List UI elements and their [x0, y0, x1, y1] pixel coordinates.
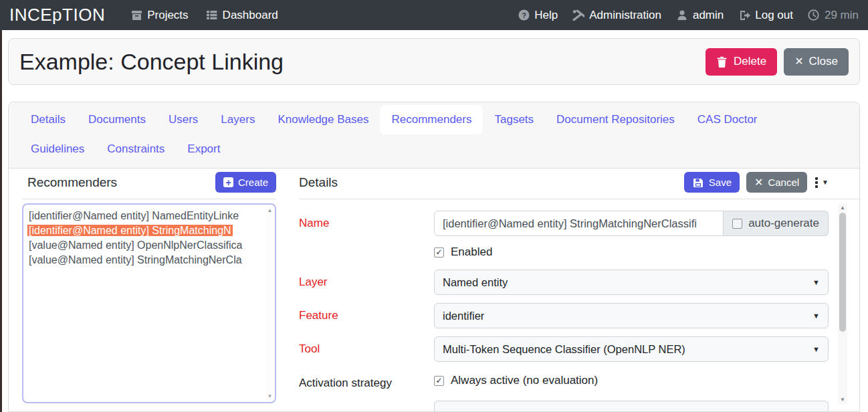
layer-row: Layer Named entity ▼: [299, 270, 837, 295]
scroll-up-icon[interactable]: ▲: [840, 205, 845, 211]
nav-administration-label: Administration: [589, 9, 661, 22]
app-brand[interactable]: INCEpTION: [9, 5, 105, 25]
nav-logout[interactable]: Log out: [738, 9, 793, 22]
scroll-down-icon[interactable]: ▼: [840, 397, 845, 403]
recommenders-panel-header: Recommenders + Create: [22, 172, 276, 199]
tab-export[interactable]: Export: [176, 134, 231, 164]
top-navbar: INCEpTION Projects Dashboard ? Help Adm: [0, 0, 868, 30]
details-panel: Details Save ✕ Cancel ▼: [299, 172, 861, 411]
create-button-label: Create: [238, 177, 268, 188]
tools-icon: [572, 9, 584, 21]
feature-select-value: identifier: [443, 310, 484, 322]
layer-select-value: Named entity: [443, 276, 508, 289]
close-button[interactable]: ✕ Close: [784, 48, 849, 76]
layer-label: Layer: [299, 276, 434, 289]
tab-guidelines[interactable]: Guidelines: [19, 134, 96, 164]
nav-dashboard-label: Dashboard: [223, 9, 278, 22]
list-item-selected[interactable]: [identifier@Named entity] StringMatching…: [27, 223, 264, 238]
name-input[interactable]: [434, 211, 724, 236]
delete-button-label: Delete: [734, 55, 766, 68]
feature-label: Feature: [299, 309, 434, 322]
recommender-list[interactable]: [identifier@Named entity] NamedEntityLin…: [22, 203, 276, 403]
clock-icon: [808, 9, 820, 21]
tab-users[interactable]: Users: [157, 105, 209, 134]
tool-select[interactable]: Multi-Token Sequence Classifier (OpenNLP…: [434, 336, 829, 362]
tab-row-2: Guidelines Constraints Export: [19, 134, 849, 164]
tab-constraints[interactable]: Constraints: [96, 134, 176, 164]
recommenders-panel-title: Recommenders: [27, 175, 117, 190]
svg-text:?: ?: [522, 11, 526, 19]
auto-generate-label: auto-generate: [748, 217, 819, 230]
settings-card: Details Documents Users Layers Knowledge…: [8, 102, 860, 412]
tool-select-value: Multi-Token Sequence Classifier (OpenNLP…: [443, 343, 685, 356]
feature-select[interactable]: identifier ▼: [434, 303, 829, 328]
page-title: Example: Concept Linking: [19, 49, 284, 75]
auto-generate-addon[interactable]: auto-generate: [724, 211, 829, 236]
layer-select[interactable]: Named entity ▼: [434, 270, 829, 295]
enabled-label: Enabled: [451, 245, 492, 259]
always-active-label: Always active (no evaluation): [451, 374, 598, 387]
more-options-menu[interactable]: ▼: [814, 175, 830, 191]
list-item[interactable]: [identifier@Named entity] NamedEntityLin…: [27, 209, 264, 223]
scrollbar-thumb[interactable]: [839, 213, 846, 332]
save-button[interactable]: Save: [684, 172, 740, 193]
cancel-button-label: Cancel: [768, 177, 799, 188]
name-label: Name: [299, 217, 434, 230]
cancel-icon: ✕: [754, 177, 763, 188]
nav-projects[interactable]: Projects: [130, 9, 188, 22]
partial-row: [299, 401, 837, 411]
settings-tabs: Details Documents Users Layers Knowledge…: [9, 102, 859, 169]
title-actions: Delete ✕ Close: [706, 48, 849, 76]
tab-recommenders[interactable]: Recommenders: [380, 105, 483, 134]
scroll-down-icon[interactable]: ▼: [267, 393, 273, 399]
details-panel-header: Details Save ✕ Cancel ▼: [299, 172, 861, 199]
tab-cas-doctor[interactable]: CAS Doctor: [686, 105, 769, 134]
always-active-checkbox[interactable]: ✓: [434, 376, 444, 386]
chevron-down-icon: ▼: [812, 345, 820, 353]
trash-icon: [716, 56, 728, 68]
tab-documents[interactable]: Documents: [77, 105, 157, 134]
create-button[interactable]: + Create: [215, 172, 276, 193]
save-button-label: Save: [709, 177, 732, 188]
list-item[interactable]: [value@Named entity] StringMatchingNerCl…: [27, 253, 264, 268]
cancel-button[interactable]: ✕ Cancel: [746, 172, 807, 193]
nav-logout-label: Log out: [755, 9, 793, 22]
activation-strategy-label: Activation strategy: [299, 373, 434, 390]
tab-details[interactable]: Details: [19, 105, 77, 134]
session-timer-label: 29 min: [825, 9, 859, 22]
archive-icon: [130, 9, 142, 21]
enabled-row: ✓ Enabled: [299, 245, 837, 259]
feature-row: Feature identifier ▼: [299, 303, 837, 328]
name-input-group: auto-generate: [434, 211, 829, 236]
form-scrollbar[interactable]: ▲ ▼: [838, 203, 847, 404]
save-icon: [692, 177, 704, 189]
tab-tagsets[interactable]: Tagsets: [483, 105, 545, 134]
close-button-label: Close: [809, 55, 838, 68]
nav-help[interactable]: ? Help: [518, 9, 558, 22]
tool-label: Tool: [299, 342, 434, 356]
auto-generate-checkbox[interactable]: [732, 219, 742, 229]
list-icon: [206, 9, 218, 21]
enabled-checkbox[interactable]: ✓: [434, 247, 444, 258]
recommender-form: Name auto-generate ✓ Ena: [299, 199, 837, 411]
nav-user[interactable]: admin: [676, 9, 724, 22]
delete-button[interactable]: Delete: [706, 48, 777, 76]
nav-administration[interactable]: Administration: [572, 9, 661, 22]
nav-projects-label: Projects: [147, 9, 188, 22]
tab-document-repositories[interactable]: Document Repositories: [545, 105, 686, 134]
tab-knowledge-bases[interactable]: Knowledge Bases: [266, 105, 380, 134]
project-title-card: Example: Concept Linking Delete ✕ Close: [8, 38, 860, 85]
chevron-down-icon: ▼: [812, 312, 820, 320]
list-scrollbar[interactable]: ▲ ▼: [265, 205, 274, 401]
user-icon: [676, 9, 688, 21]
activation-row: Activation strategy ✓ Always active (no …: [299, 373, 837, 390]
nav-dashboard[interactable]: Dashboard: [206, 9, 278, 22]
tab-layers[interactable]: Layers: [209, 105, 266, 134]
session-timer: 29 min: [808, 9, 859, 22]
chevron-down-icon: ▼: [822, 179, 829, 186]
list-item[interactable]: [value@Named entity] OpenNlpNerClassific…: [27, 238, 264, 253]
nav-help-label: Help: [534, 9, 558, 22]
clipped-select[interactable]: [434, 401, 829, 411]
navbar-left-menu: Projects Dashboard: [130, 9, 278, 22]
scroll-up-icon[interactable]: ▲: [267, 207, 273, 213]
